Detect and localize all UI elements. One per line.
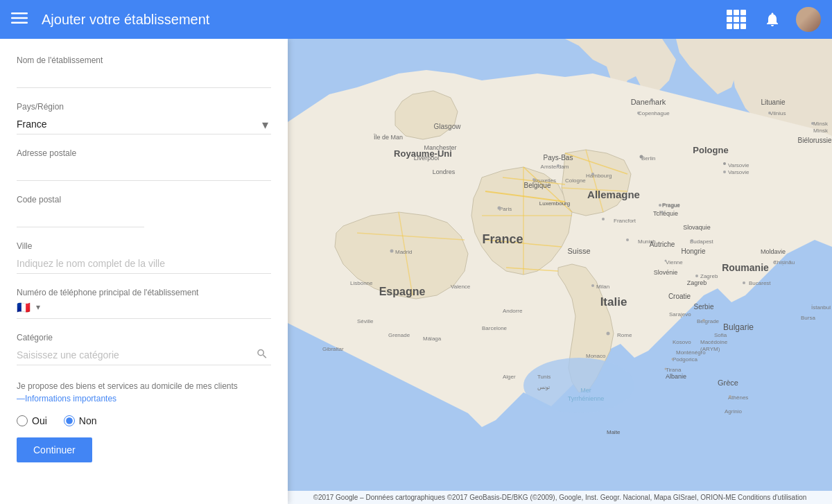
app-header: Ajouter votre établissement bbox=[0, 0, 832, 39]
telephone-input[interactable] bbox=[46, 300, 271, 314]
svg-text:Roumanie: Roumanie bbox=[722, 262, 769, 273]
svg-text:Barcelone: Barcelone bbox=[482, 325, 508, 331]
svg-point-103 bbox=[774, 261, 777, 263]
svg-text:Bulgarie: Bulgarie bbox=[723, 322, 754, 332]
svg-text:Luxembourg: Luxembourg bbox=[539, 200, 570, 207]
svg-text:Londres: Londres bbox=[433, 168, 456, 175]
svg-point-32 bbox=[591, 173, 594, 175]
adresse-section: Adresse postale bbox=[17, 148, 271, 181]
svg-text:Allemagne: Allemagne bbox=[587, 189, 640, 200]
france-flag-icon[interactable]: 🇫🇷 bbox=[17, 301, 31, 314]
svg-text:Vienne: Vienne bbox=[666, 259, 683, 266]
svg-point-53 bbox=[607, 332, 610, 336]
svg-text:Glasgow: Glasgow bbox=[434, 123, 462, 130]
adresse-input[interactable] bbox=[17, 161, 271, 181]
svg-text:Biélorussie: Biélorussie bbox=[798, 137, 832, 144]
svg-text:Francfort: Francfort bbox=[614, 218, 636, 224]
pays-section: Pays/Région France Belgique Suisse Canad… bbox=[17, 102, 271, 134]
svg-text:Madrid: Madrid bbox=[395, 249, 412, 255]
menu-icon[interactable] bbox=[11, 10, 28, 30]
ville-label: Ville bbox=[17, 241, 271, 251]
oui-label: Oui bbox=[32, 415, 47, 426]
svg-text:Podgorica: Podgorica bbox=[673, 356, 698, 363]
svg-point-28 bbox=[723, 162, 726, 165]
svg-text:Grèce: Grèce bbox=[718, 379, 738, 387]
ville-section: Ville bbox=[17, 241, 271, 274]
pays-select-wrapper: France Belgique Suisse Canada Luxembourg… bbox=[17, 114, 271, 134]
code-postal-label: Code postal bbox=[17, 195, 271, 205]
svg-text:Milan: Milan bbox=[596, 284, 609, 290]
phone-country-dropdown[interactable]: ▾ bbox=[36, 302, 40, 312]
svg-text:Minsk: Minsk bbox=[813, 121, 829, 127]
svg-point-126 bbox=[637, 112, 640, 114]
svg-text:Minsk: Minsk bbox=[813, 128, 829, 134]
svg-point-49 bbox=[498, 207, 501, 210]
svg-text:Athènes: Athènes bbox=[728, 394, 748, 401]
waffle-icon[interactable] bbox=[724, 7, 749, 32]
categorie-section: Catégorie bbox=[17, 333, 271, 365]
etablissement-input[interactable] bbox=[17, 68, 271, 88]
categorie-input[interactable] bbox=[17, 345, 271, 365]
continuer-button[interactable]: Continuer bbox=[17, 437, 92, 462]
svg-point-124 bbox=[659, 204, 661, 207]
svg-text:Agrinio: Agrinio bbox=[725, 408, 742, 415]
non-option[interactable]: Non bbox=[64, 415, 97, 426]
svg-text:Rome: Rome bbox=[617, 332, 632, 338]
svg-text:Varsovie: Varsovie bbox=[728, 169, 749, 175]
svg-text:Zagreb: Zagreb bbox=[700, 273, 718, 279]
svg-point-34 bbox=[602, 218, 605, 220]
main-content: Nom de l'établissement Pays/Région Franc… bbox=[0, 39, 832, 504]
svg-point-119 bbox=[811, 122, 814, 125]
svg-text:تونس: تونس bbox=[537, 384, 550, 390]
search-icon bbox=[256, 347, 268, 363]
ville-input[interactable] bbox=[17, 254, 271, 274]
svg-text:Sofia: Sofia bbox=[714, 332, 727, 338]
header-actions bbox=[724, 7, 821, 32]
svg-text:Bucarest: Bucarest bbox=[749, 280, 771, 286]
svg-text:Sarajevo: Sarajevo bbox=[669, 311, 691, 318]
informations-link[interactable]: —Informations importantes bbox=[17, 394, 116, 403]
etablissement-section: Nom de l'établissement bbox=[17, 55, 271, 88]
svg-text:Autriche: Autriche bbox=[650, 241, 675, 248]
telephone-label: Numéro de téléphone principal de l'établ… bbox=[17, 288, 271, 297]
svg-text:Slovénie: Slovénie bbox=[654, 269, 678, 276]
svg-point-115 bbox=[665, 260, 667, 262]
svg-point-117 bbox=[768, 112, 771, 114]
svg-point-100 bbox=[743, 281, 745, 284]
svg-rect-1 bbox=[11, 17, 28, 19]
svg-text:Varsovie: Varsovie bbox=[728, 162, 749, 168]
svg-text:Espagne: Espagne bbox=[379, 286, 426, 297]
svg-text:Tirana: Tirana bbox=[666, 367, 682, 373]
svg-text:Serbie: Serbie bbox=[694, 303, 714, 311]
page-title: Ajouter votre établissement bbox=[42, 12, 724, 28]
svg-text:Hongrie: Hongrie bbox=[681, 247, 705, 255]
svg-point-38 bbox=[626, 238, 629, 241]
notification-icon[interactable] bbox=[760, 7, 785, 32]
svg-text:Belgrade: Belgrade bbox=[697, 318, 720, 324]
svg-text:Málaga: Málaga bbox=[423, 336, 442, 342]
categorie-wrapper bbox=[17, 345, 271, 365]
oui-radio[interactable] bbox=[17, 415, 28, 426]
svg-point-73 bbox=[661, 211, 664, 214]
svg-point-24 bbox=[650, 98, 653, 101]
svg-text:Lituanie: Lituanie bbox=[761, 98, 785, 106]
svg-text:Malte: Malte bbox=[607, 429, 621, 435]
svg-text:Vilnius: Vilnius bbox=[770, 110, 786, 116]
svg-text:Kosovo: Kosovo bbox=[673, 339, 691, 345]
svg-text:Danemark: Danemark bbox=[631, 98, 666, 106]
svg-text:Budapest: Budapest bbox=[690, 238, 714, 245]
svg-text:İstanbul: İstanbul bbox=[811, 304, 831, 311]
svg-text:Andorre: Andorre bbox=[503, 308, 523, 314]
avatar[interactable] bbox=[796, 7, 821, 32]
svg-text:Amsterdam: Amsterdam bbox=[541, 164, 569, 170]
pays-select[interactable]: France Belgique Suisse Canada Luxembourg bbox=[17, 114, 271, 134]
svg-text:Tyrrhénienne: Tyrrhénienne bbox=[568, 395, 605, 402]
svg-point-94 bbox=[672, 358, 674, 360]
oui-option[interactable]: Oui bbox=[17, 415, 47, 426]
code-postal-input[interactable] bbox=[17, 207, 144, 227]
non-radio[interactable] bbox=[64, 415, 75, 426]
svg-text:Albanie: Albanie bbox=[666, 373, 686, 380]
svg-text:Suisse: Suisse bbox=[567, 247, 590, 255]
svg-text:Grenade: Grenade bbox=[388, 332, 410, 338]
svg-text:Slovaquie: Slovaquie bbox=[683, 224, 711, 231]
